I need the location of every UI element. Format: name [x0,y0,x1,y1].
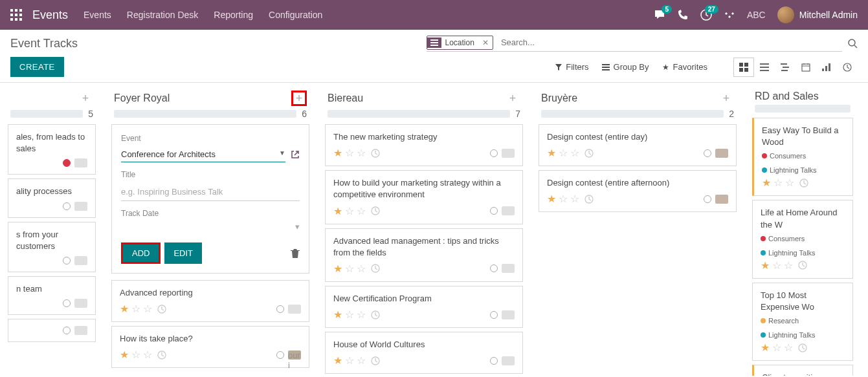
gantt-view-icon[interactable] [775,58,796,77]
kanban-card[interactable]: ales, from leads to sales [8,124,96,175]
kanban-card[interactable]: New Certification Program ★☆☆ [325,286,523,328]
column-add-icon[interactable]: + [291,91,307,106]
star-icon[interactable]: ☆ [143,303,152,315]
kanban-card[interactable]: How its take place? ★☆☆ our i [111,326,309,368]
status-dot[interactable] [490,357,498,365]
star-icon[interactable]: ☆ [570,193,579,205]
status-dot[interactable] [704,195,711,203]
status-dot[interactable] [490,207,498,215]
search-input[interactable] [498,35,842,50]
kanban-view-icon[interactable] [733,58,754,77]
star-icon[interactable]: ☆ [345,205,354,217]
kanban-card[interactable]: Advanced reporting ★☆☆ [111,280,309,322]
kanban-card[interactable] [8,319,96,342]
clock-icon[interactable] [799,178,808,188]
nav-reporting[interactable]: Reporting [214,10,253,20]
favorites-button[interactable]: ★ Favorites [662,62,707,72]
star-icon[interactable]: ★ [762,177,771,189]
date-input[interactable]: ▾ [121,222,300,233]
groupby-button[interactable]: Group By [602,62,649,72]
status-dot[interactable] [276,305,284,313]
star-icon[interactable]: ☆ [785,177,794,189]
status-dot[interactable] [704,149,711,157]
star-icon[interactable]: ☆ [570,147,579,159]
status-dot[interactable] [63,202,71,210]
kanban-card[interactable]: House of World Cultures ★☆☆ [325,332,523,374]
clock-icon[interactable] [371,356,380,365]
status-dot-red[interactable] [63,159,71,167]
star-icon[interactable]: ☆ [772,259,781,272]
star-icon[interactable]: ★ [547,193,556,205]
star-icon[interactable]: ★ [120,349,129,361]
status-dot[interactable] [490,264,498,272]
kanban-card[interactable]: Easy Way To Build a Wood ConsumersLightn… [752,118,853,196]
kanban-card[interactable]: n team [8,276,96,315]
filters-button[interactable]: Filters [555,62,588,72]
star-icon[interactable]: ☆ [357,308,366,321]
clock-icon[interactable] [584,195,594,204]
star-icon[interactable]: ★ [333,205,342,217]
star-icon[interactable]: ☆ [357,205,366,217]
status-dot[interactable] [63,257,71,264]
column-add-icon[interactable]: + [505,91,520,106]
star-icon[interactable]: ★ [761,259,770,272]
clock-icon[interactable] [157,305,166,314]
star-icon[interactable]: ☆ [559,193,568,205]
star-icon[interactable]: ☆ [345,147,354,159]
graph-view-icon[interactable] [816,58,837,77]
star-icon[interactable]: ★ [333,263,342,275]
star-icon[interactable]: ☆ [784,259,793,272]
phone-icon[interactable] [677,9,689,21]
clock-icon[interactable] [798,261,807,270]
kanban-card[interactable]: Design contest (entire afternoon) ★☆☆ [539,170,737,212]
list-view-icon[interactable] [754,58,775,77]
star-icon[interactable]: ★ [761,341,770,354]
search-box[interactable]: Location ✕ [427,35,843,52]
status-dot[interactable] [276,351,284,359]
star-icon[interactable]: ☆ [773,177,783,189]
star-icon[interactable]: ☆ [772,341,781,354]
status-dot[interactable] [63,327,71,334]
star-icon[interactable]: ★ [547,147,556,159]
clock-icon[interactable] [371,206,380,215]
star-icon[interactable]: ☆ [131,303,140,315]
nav-registration-desk[interactable]: Registration Desk [127,10,199,20]
chat-icon[interactable]: 5 [654,9,665,21]
star-icon[interactable]: ★ [333,354,342,367]
clock-icon[interactable] [371,310,380,319]
kanban-card[interactable]: Life at Home Around the W ConsumersLight… [752,200,853,278]
activity-icon[interactable]: 27 [700,9,712,21]
kanban-card[interactable]: s from your customers [8,222,96,272]
star-icon[interactable]: ☆ [131,349,140,361]
star-icon[interactable]: ☆ [357,354,366,367]
star-icon[interactable]: ☆ [345,263,354,275]
create-button[interactable]: CREATE [10,57,64,77]
kanban-card[interactable]: How to build your marketing strategy wit… [325,170,523,224]
event-select[interactable]: Conference for Architects ▼ [121,147,285,162]
star-icon[interactable]: ☆ [784,341,793,354]
kanban-card[interactable]: Top 10 Most Expensive Wo ResearchLightni… [752,283,853,361]
column-add-icon[interactable]: + [78,91,93,106]
kanban-card[interactable]: The new marketing strategy ★☆☆ [325,124,523,166]
star-icon[interactable]: ☆ [357,147,366,159]
star-icon[interactable]: ☆ [559,147,568,159]
company-switcher[interactable]: ABC [747,10,766,20]
status-dot[interactable] [490,311,498,319]
kanban-card[interactable]: Advanced lead management : tips and tric… [325,228,523,282]
facet-remove-icon[interactable]: ✕ [478,36,493,49]
nav-events[interactable]: Events [83,10,111,20]
apps-icon[interactable] [10,9,22,21]
star-icon[interactable]: ★ [120,303,129,315]
kanban-card[interactable]: ality processes [8,178,96,217]
star-icon[interactable]: ☆ [357,263,366,275]
calendar-view-icon[interactable] [796,58,816,77]
user-menu[interactable]: Mitchell Admin [777,6,858,23]
add-button[interactable]: ADD [121,242,161,264]
clock-icon[interactable] [157,350,166,360]
star-icon[interactable]: ☆ [345,354,354,367]
status-dot[interactable] [63,299,71,307]
status-dot[interactable] [490,149,498,157]
clock-icon[interactable] [798,343,807,352]
nav-configuration[interactable]: Configuration [269,10,322,20]
star-icon[interactable]: ☆ [345,308,354,321]
